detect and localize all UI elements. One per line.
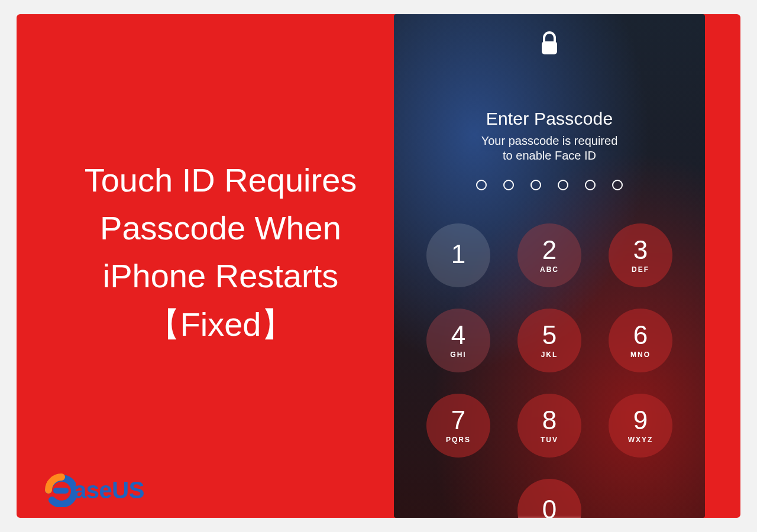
key-digit: 0 bbox=[542, 497, 557, 518]
key-letters: DEF bbox=[632, 265, 649, 274]
brand-logo: aseUS bbox=[45, 473, 144, 507]
svg-rect-0 bbox=[53, 488, 69, 494]
passcode-dots bbox=[476, 180, 623, 190]
key-letters: MNO bbox=[630, 351, 651, 359]
passcode-dot bbox=[585, 180, 596, 190]
key-letters: PQRS bbox=[446, 436, 471, 444]
passcode-dot bbox=[558, 180, 568, 190]
keypad-key-5[interactable]: 5 JKL bbox=[517, 309, 581, 372]
passcode-prompt-title: Enter Passcode bbox=[481, 109, 618, 129]
key-letters: WXYZ bbox=[628, 436, 654, 444]
keypad-key-0[interactable]: 0 bbox=[517, 479, 581, 518]
key-letters: TUV bbox=[541, 436, 558, 444]
headline-text: Touch ID Requires Passcode When iPhone R… bbox=[46, 156, 395, 348]
key-digit: 9 bbox=[633, 407, 648, 433]
passcode-screen-content: Enter Passcode Your passcode is required… bbox=[394, 14, 705, 518]
keypad-key-7[interactable]: 7 PQRS bbox=[426, 394, 490, 458]
brand-logo-text: aseUS bbox=[73, 477, 144, 504]
brand-logo-mark-icon bbox=[45, 473, 76, 507]
key-digit: 6 bbox=[633, 322, 648, 348]
lock-icon bbox=[539, 30, 560, 58]
hero-card: Touch ID Requires Passcode When iPhone R… bbox=[17, 14, 740, 518]
key-letters: ABC bbox=[540, 265, 559, 274]
keypad: 1 2 ABC 3 DEF 4 GHI bbox=[426, 223, 672, 458]
key-digit: 4 bbox=[451, 322, 465, 348]
key-digit: 3 bbox=[633, 237, 648, 263]
key-letters: JKL bbox=[541, 351, 558, 359]
keypad-key-4[interactable]: 4 GHI bbox=[426, 309, 490, 372]
keypad-key-8[interactable]: 8 TUV bbox=[517, 394, 581, 458]
key-letters: GHI bbox=[450, 351, 466, 359]
passcode-prompt-subtitle: Your passcode is required to enable Face… bbox=[481, 134, 618, 163]
keypad-key-2[interactable]: 2 ABC bbox=[517, 223, 581, 287]
passcode-prompt-sub-line1: Your passcode is required bbox=[481, 134, 618, 147]
key-digit: 5 bbox=[542, 322, 557, 348]
keypad-zero-row: 0 bbox=[517, 479, 581, 518]
passcode-dot bbox=[503, 180, 514, 190]
page-canvas: Touch ID Requires Passcode When iPhone R… bbox=[0, 0, 757, 532]
keypad-key-9[interactable]: 9 WXYZ bbox=[609, 394, 672, 458]
svg-rect-1 bbox=[542, 41, 557, 54]
passcode-dot bbox=[530, 180, 541, 190]
key-digit: 1 bbox=[451, 241, 465, 267]
keypad-key-1[interactable]: 1 bbox=[426, 223, 490, 287]
passcode-prompt-sub-line2: to enable Face ID bbox=[503, 149, 596, 162]
passcode-dot bbox=[476, 180, 487, 190]
passcode-prompt: Enter Passcode Your passcode is required… bbox=[481, 109, 618, 163]
keypad-key-3[interactable]: 3 DEF bbox=[609, 223, 672, 287]
key-digit: 7 bbox=[451, 407, 465, 433]
passcode-dot bbox=[612, 180, 623, 190]
key-digit: 8 bbox=[542, 407, 557, 433]
key-digit: 2 bbox=[542, 237, 557, 263]
keypad-key-6[interactable]: 6 MNO bbox=[609, 309, 672, 372]
passcode-screen: Enter Passcode Your passcode is required… bbox=[394, 14, 705, 518]
